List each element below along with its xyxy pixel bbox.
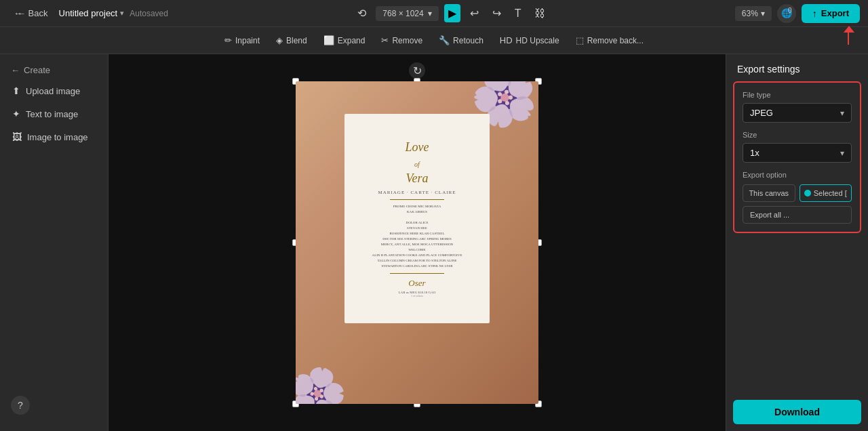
link-icon: ⛓ xyxy=(534,7,545,20)
retouch-icon: 🔧 xyxy=(439,35,450,45)
size-dropdown[interactable]: 1x ▾ xyxy=(743,143,852,163)
remove-back-button[interactable]: ⬚ Remove back... xyxy=(569,33,650,48)
image-to-image-icon: 🖼 xyxy=(12,131,22,142)
topbar-right: 63% ▾ 🌐 0 ↑ Export xyxy=(735,4,860,23)
export-all-button[interactable]: Export all ... xyxy=(743,206,852,224)
size-value: 1x xyxy=(750,148,760,158)
back-label: ← Back xyxy=(17,8,48,18)
remove-back-icon: ⬚ xyxy=(576,35,584,45)
size-section: Size 1x ▾ xyxy=(743,131,852,163)
file-type-label: File type xyxy=(743,91,852,99)
canvas-image: 🌸 Love of Vera MARIAGE · CARTE · CLAIRE … xyxy=(296,81,538,404)
blend-button[interactable]: ◈ Blend xyxy=(269,33,314,48)
toolbar: ✏ Inpaint ◈ Blend ⬜ Expand ✂ Remove 🔧 Re… xyxy=(0,27,868,54)
sidebar-item-upload[interactable]: ⬆ Upload image xyxy=(5,81,102,101)
sidebar-item-text-to-image[interactable]: ✦ Text to image xyxy=(5,104,102,124)
size-chevron-icon: ▾ xyxy=(840,148,844,158)
wedding-card: Love of Vera MARIAGE · CARTE · CLAIRE PR… xyxy=(344,114,490,323)
upload-icon: ⬆ xyxy=(12,85,20,96)
create-label: ← Create xyxy=(5,62,102,78)
retouch-button[interactable]: 🔧 Retouch xyxy=(432,33,490,48)
text-to-image-label: Text to image xyxy=(26,109,78,119)
file-type-dropdown[interactable]: JPEG ▾ xyxy=(743,103,852,123)
selected-button[interactable]: Selected [ xyxy=(800,184,852,202)
hd-upscale-button[interactable]: HD HD Upscale xyxy=(493,33,566,48)
help-button[interactable]: ? xyxy=(11,396,30,415)
flower-bottom-left-decoration: 🌸 xyxy=(296,358,353,404)
main-layout: ← Create ⬆ Upload image ✦ Text to image … xyxy=(0,54,868,431)
wedding-card-subtitle: MARIAGE · CARTE · CLAIRE xyxy=(372,190,462,195)
wedding-card-text: Love of Vera MARIAGE · CARTE · CLAIRE PR… xyxy=(372,140,462,297)
wedding-card-divider xyxy=(390,199,444,200)
remove-icon: ✂ xyxy=(381,35,389,45)
export-settings-title: Export settings xyxy=(726,54,868,81)
download-button[interactable]: Download xyxy=(733,400,861,424)
image-to-image-label: Image to image xyxy=(27,132,88,142)
export-option-label: Export option xyxy=(743,171,852,179)
upload-label: Upload image xyxy=(26,86,80,96)
counter-button[interactable]: 🌐 0 xyxy=(777,4,796,23)
export-label: Export xyxy=(821,8,849,18)
wedding-card-date: 1 of selects xyxy=(372,294,462,297)
export-all-label: Export all ... xyxy=(750,211,789,219)
file-type-section: File type JPEG ▾ xyxy=(743,91,852,123)
this-canvas-label: This canvas xyxy=(749,189,789,197)
text-to-image-icon: ✦ xyxy=(12,108,20,119)
wedding-card-signature: Oser xyxy=(372,278,462,289)
file-type-chevron-icon: ▾ xyxy=(840,108,844,118)
canvas-size-button[interactable]: 768 × 1024 ▾ xyxy=(376,6,438,21)
canvas-area[interactable]: ↻ 🌸 Love o xyxy=(108,54,726,431)
cursor-tool-btn[interactable]: ▶ xyxy=(444,4,460,22)
wedding-card-body: PROMO CHOSE MIC MORAVIA KAK AIRBUS DOLOR… xyxy=(372,204,462,269)
export-upload-icon: ↑ xyxy=(812,8,817,19)
left-sidebar: ← Create ⬆ Upload image ✦ Text to image … xyxy=(0,54,108,431)
expand-icon: ⬜ xyxy=(323,35,334,45)
back-button[interactable]: ← ← Back xyxy=(8,5,54,21)
inpaint-label: Inpaint xyxy=(235,36,260,45)
topbar: ← ← Back Untitled project ▾ Autosaved ⟲ … xyxy=(0,0,868,27)
inpaint-icon: ✏ xyxy=(224,35,232,45)
refresh-button[interactable]: ↻ xyxy=(409,62,425,79)
text-icon: T xyxy=(515,7,521,20)
redo-btn[interactable]: ↪ xyxy=(488,4,505,22)
undo-icon: ↩ xyxy=(470,7,479,20)
inpaint-button[interactable]: ✏ Inpaint xyxy=(218,33,267,48)
remove-label: Remove xyxy=(392,36,422,45)
export-button[interactable]: ↑ Export xyxy=(802,4,860,23)
expand-label: Expand xyxy=(338,36,366,45)
canvas-image-wrapper: ↻ 🌸 Love o xyxy=(296,81,538,404)
help-icon: ? xyxy=(18,400,23,411)
selected-radio-dot xyxy=(804,190,811,197)
counter-value: 0 xyxy=(788,7,792,14)
refresh-icon: ↻ xyxy=(413,64,422,77)
retouch-label: Retouch xyxy=(453,36,484,45)
remove-button[interactable]: ✂ Remove xyxy=(374,33,429,48)
link-tool-btn[interactable]: ⛓ xyxy=(530,5,549,22)
export-option-buttons: This canvas Selected [ xyxy=(743,184,852,202)
undo-btn[interactable]: ↩ xyxy=(466,4,483,22)
rotate-icon-btn[interactable]: ⟲ xyxy=(353,4,370,22)
wedding-card-divider-2 xyxy=(390,273,444,274)
text-tool-btn[interactable]: T xyxy=(511,5,526,22)
file-type-value: JPEG xyxy=(750,108,773,118)
redo-icon: ↪ xyxy=(492,7,501,20)
project-title[interactable]: Untitled project ▾ xyxy=(59,8,125,18)
hd-upscale-icon: HD xyxy=(500,35,513,45)
this-canvas-button[interactable]: This canvas xyxy=(743,184,795,202)
topbar-left: ← ← Back Untitled project ▾ Autosaved xyxy=(8,5,168,21)
blend-icon: ◈ xyxy=(276,35,283,45)
zoom-chevron-icon: ▾ xyxy=(761,9,765,18)
zoom-level-label: 63% xyxy=(742,9,758,18)
project-chevron-icon: ▾ xyxy=(120,9,124,18)
blend-label: Blend xyxy=(286,36,307,45)
cursor-icon: ▶ xyxy=(448,7,456,20)
remove-back-label: Remove back... xyxy=(587,36,644,45)
zoom-button[interactable]: 63% ▾ xyxy=(735,6,772,21)
size-label: Size xyxy=(743,131,852,139)
canvas-size-label: 768 × 1024 xyxy=(382,9,423,18)
selected-label: Selected [ xyxy=(814,189,847,197)
expand-button[interactable]: ⬜ Expand xyxy=(317,33,372,48)
sidebar-item-image-to-image[interactable]: 🖼 Image to image xyxy=(5,127,102,147)
autosaved-label: Autosaved xyxy=(130,9,168,18)
topbar-center: ⟲ 768 × 1024 ▾ ▶ ↩ ↪ T ⛓ xyxy=(174,4,730,22)
